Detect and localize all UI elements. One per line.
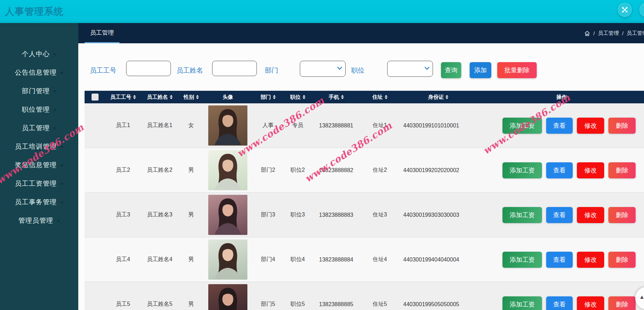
sidebar-item-announcement-mgmt[interactable]: 公告信息管理 — [0, 63, 78, 82]
view-button[interactable]: 查看 — [546, 296, 573, 310]
sidebar-item-label: 奖惩信息管理 — [15, 161, 57, 170]
tab-employee-management[interactable]: 员工管理 — [85, 23, 120, 43]
cell-employee-no: 员工1 — [106, 122, 140, 129]
sidebar-item-training-mgmt[interactable]: 员工培训管理 — [0, 137, 78, 156]
chevron-down-icon — [57, 220, 60, 222]
view-button[interactable]: 查看 — [546, 118, 573, 134]
cell-phone: 13823888885 — [312, 301, 361, 308]
triangle-up-icon: ▲ — [639, 294, 644, 300]
column-header-id-card[interactable]: 身份证 — [399, 94, 490, 101]
sort-icon — [196, 95, 199, 99]
sidebar-item-employee-mgmt[interactable]: 员工管理 — [0, 119, 78, 137]
chevron-down-icon — [425, 67, 429, 70]
breadcrumb-separator: / — [593, 30, 595, 36]
add-salary-button[interactable]: 添加工资 — [502, 162, 542, 178]
cell-employee-no: 员工5 — [106, 301, 140, 308]
column-header-employee-name[interactable]: 员工姓名 — [140, 94, 179, 101]
position-select[interactable] — [387, 61, 433, 77]
search-button[interactable]: 查询 — [441, 62, 461, 78]
sidebar-item-department-mgmt[interactable]: 部门管理 — [0, 82, 78, 100]
select-all-checkbox[interactable] — [92, 94, 99, 101]
sidebar-item-affairs-mgmt[interactable]: 员工事务管理 — [0, 193, 78, 211]
column-header-position[interactable]: 职位 — [284, 94, 312, 101]
add-salary-button[interactable]: 添加工资 — [502, 296, 542, 310]
delete-button[interactable]: 删除 — [608, 207, 636, 223]
chevron-down-icon — [60, 201, 64, 204]
sidebar-item-label: 员工管理 — [22, 124, 50, 133]
edit-button[interactable]: 修改 — [577, 162, 604, 178]
batch-delete-button[interactable]: 批量删除 — [497, 62, 537, 78]
breadcrumb-item[interactable]: 员工管理 — [627, 30, 644, 37]
breadcrumb-item[interactable]: 员工管理 — [598, 30, 619, 37]
sidebar-item-label: 个人中心 — [22, 50, 50, 59]
top-header: 人事管理系统 — [0, 0, 644, 23]
view-button[interactable]: 查看 — [546, 162, 573, 178]
cell-position: 职位2 — [284, 167, 312, 174]
employee-no-input[interactable] — [126, 61, 171, 76]
edit-button[interactable]: 修改 — [577, 252, 604, 268]
cell-address: 住址2 — [361, 167, 399, 174]
position-label: 职位 — [351, 66, 364, 75]
column-header-phone[interactable]: 手机 — [312, 94, 361, 101]
sidebar-menu: 个人中心 公告信息管理 部门管理 职位管理 员工管理 员工培训管理 — [0, 23, 78, 230]
cell-position: 职位5 — [284, 301, 312, 308]
column-header-gender[interactable]: 性别 — [179, 94, 203, 101]
cell-position: 职位4 — [284, 256, 312, 263]
column-header-employee-no[interactable]: 员工工号 — [106, 94, 140, 101]
cell-id-card: 440300199202020002 — [399, 167, 490, 174]
chevron-down-icon — [60, 72, 64, 74]
add-salary-button[interactable]: 添加工资 — [502, 207, 542, 223]
sidebar-item-position-mgmt[interactable]: 职位管理 — [0, 100, 78, 119]
sidebar-item-personal-center[interactable]: 个人中心 — [0, 45, 78, 63]
fullscreen-button[interactable] — [618, 3, 632, 17]
edit-button[interactable]: 修改 — [577, 118, 604, 134]
chevron-down-icon — [53, 90, 57, 93]
sidebar-item-label: 员工事务管理 — [15, 198, 57, 207]
cell-gender: 女 — [179, 122, 203, 129]
sidebar-item-reward-punishment-mgmt[interactable]: 奖惩信息管理 — [0, 156, 78, 174]
cell-department: 部门4 — [252, 256, 284, 263]
add-button[interactable]: 添加 — [470, 62, 491, 78]
cell-id-card: 440300199101010001 — [399, 123, 490, 129]
add-salary-button[interactable]: 添加工资 — [502, 252, 542, 268]
cell-employee-no: 员工4 — [106, 256, 140, 263]
edit-button[interactable]: 修改 — [577, 296, 604, 310]
home-icon[interactable] — [584, 30, 590, 36]
avatar — [208, 150, 247, 190]
add-salary-button[interactable]: 添加工资 — [502, 118, 542, 134]
avatar — [208, 105, 247, 146]
table-row: 员工1 员工姓名1 女 人事 专员 13823888881 住址1 440300… — [85, 103, 644, 148]
cell-employee-name: 员工姓名4 — [140, 256, 179, 263]
chevron-down-icon — [60, 164, 64, 167]
column-header-department[interactable]: 部门 — [252, 94, 284, 101]
delete-button[interactable]: 删除 — [608, 296, 636, 310]
table-row: 员工5 员工姓名5 男 部门5 职位5 13823888885 住址5 4403… — [85, 282, 644, 310]
sort-icon — [170, 95, 173, 99]
avatar — [208, 239, 247, 280]
employee-name-input[interactable] — [212, 61, 257, 76]
sidebar: 个人中心 公告信息管理 部门管理 职位管理 员工管理 员工培训管理 — [0, 23, 78, 310]
chevron-down-icon — [60, 146, 64, 148]
edit-button[interactable]: 修改 — [577, 207, 604, 223]
delete-button[interactable]: 删除 — [608, 252, 636, 268]
sidebar-item-salary-mgmt[interactable]: 员工工资管理 — [0, 174, 78, 193]
view-button[interactable]: 查看 — [546, 252, 573, 268]
delete-button[interactable]: 删除 — [608, 162, 636, 178]
breadcrumb-separator: / — [622, 30, 623, 36]
header-extra-button[interactable] — [639, 3, 644, 17]
sidebar-item-label: 员工工资管理 — [15, 179, 57, 188]
department-select[interactable] — [300, 61, 346, 77]
cell-phone: 13823888882 — [312, 167, 361, 174]
sort-icon — [273, 95, 276, 99]
delete-button[interactable]: 删除 — [608, 118, 636, 134]
chevron-down-icon — [53, 127, 57, 130]
sidebar-item-admin-mgmt[interactable]: 管理员管理 — [0, 211, 78, 230]
view-button[interactable]: 查看 — [546, 207, 573, 223]
department-label: 部门 — [265, 66, 278, 75]
cell-gender: 男 — [179, 167, 203, 174]
cell-employee-name: 员工姓名3 — [140, 211, 179, 219]
expand-arrows-icon — [621, 6, 628, 13]
table-row: 员工4 员工姓名4 男 部门4 职位4 13823888884 住址4 4403… — [85, 237, 644, 282]
cell-department: 人事 — [252, 122, 284, 129]
column-header-address[interactable]: 住址 — [361, 94, 399, 101]
